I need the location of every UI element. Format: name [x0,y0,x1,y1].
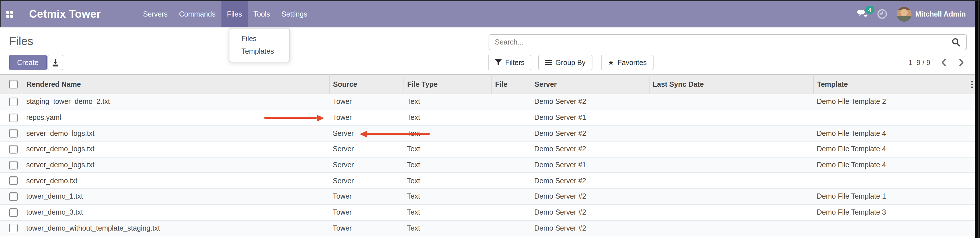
main-navbar: Cetmix Tower ServersCommandsFilesToolsSe… [1,1,975,27]
table-row[interactable]: server_demo_logs.txtServerTextDemo Serve… [0,125,975,141]
row-checkbox[interactable] [9,224,18,233]
pager-next-button[interactable] [955,59,968,66]
cell-file [492,173,531,189]
cell-name: staging_tower_demo_2.txt [23,94,329,109]
table-row[interactable]: server_demo_logs.txtServerTextDemo Serve… [0,157,975,173]
col-header-rendered-name[interactable]: Rendered Name [23,75,329,94]
group-by-button[interactable]: Group By [538,55,592,70]
cell-server: Demo Server #1 [531,157,649,173]
user-menu-button[interactable]: Mitchell Admin [915,10,966,18]
systray: 4 Mitchell Admin [856,6,975,21]
cell-server: Demo Server #2 [531,141,649,157]
cell-checkbox [0,141,23,157]
col-header-last-sync-date[interactable]: Last Sync Date [649,75,813,94]
cell-checkbox [0,189,23,204]
nav-item-tools[interactable]: Tools [248,1,276,27]
cell-server: Demo Server #2 [531,94,649,109]
cell-file_type: Text [404,157,492,173]
nav-item-commands[interactable]: Commands [173,1,221,27]
cell-source: Tower [329,109,404,125]
nav-item-servers[interactable]: Servers [137,1,173,27]
magnifier-icon[interactable] [951,38,961,47]
col-header-server[interactable]: Server [531,75,649,94]
cell-checkbox [0,125,23,141]
cell-last_sync [649,173,813,189]
pager-prev-button[interactable] [937,59,950,66]
cell-source: Tower [329,94,404,109]
cell-file [492,125,531,141]
cell-last_sync [649,220,813,236]
create-button[interactable]: Create [9,55,46,70]
files-list-table: Rendered NameSourceFile TypeFileServerLa… [0,74,975,236]
cell-file [492,220,531,236]
row-checkbox[interactable] [9,192,18,201]
nav-item-files[interactable]: Files [221,1,248,27]
screen-top-edge [0,0,980,1]
search-input[interactable] [489,38,951,46]
filter-button-label: Group By [555,59,585,67]
cell-source: Tower [329,220,404,236]
dropdown-item-templates[interactable]: Templates [229,45,290,58]
cell-file_type: Text [404,205,492,220]
table-row[interactable]: server_demo.txtServerTextDemo Server #2 [0,173,975,189]
col-header-template[interactable]: Template [813,75,975,94]
cell-name: tower_demo_3.txt [23,205,329,220]
messages-menu-button[interactable]: 4 [856,9,869,19]
row-checkbox[interactable] [9,208,18,217]
files-dropdown-menu: FilesTemplates [229,28,290,62]
cell-file [492,109,531,125]
cell-server: Demo Server #2 [531,189,649,204]
optional-columns-toggle[interactable] [971,81,973,90]
row-checkbox[interactable] [9,129,18,138]
row-checkbox[interactable] [9,177,18,185]
table-row[interactable]: tower_demo_without_template_staging.txtT… [0,220,975,236]
row-checkbox[interactable] [9,113,18,122]
col-header-source[interactable]: Source [329,75,404,94]
cell-file [492,94,531,109]
user-avatar[interactable] [896,6,911,21]
cell-checkbox [0,109,23,125]
row-checkbox[interactable] [9,145,18,154]
cell-last_sync [649,205,813,220]
pager: 1–9 / 9 [890,55,968,70]
nav-item-settings[interactable]: Settings [276,1,313,27]
table-row[interactable]: tower_demo_1.txtTowerTextDemo Server #2D… [0,189,975,204]
cell-last_sync [649,109,813,125]
table-body: staging_tower_demo_2.txtTowerTextDemo Se… [0,94,975,236]
cell-name: server_demo_logs.txt [23,141,329,157]
filters-button[interactable]: Filters [488,55,531,70]
clock-icon [877,9,887,19]
messages-badge: 4 [865,6,874,14]
table-row[interactable]: server_demo_logs.txtServerTextDemo Serve… [0,141,975,157]
table-header-row: Rendered NameSourceFile TypeFileServerLa… [0,75,975,94]
row-checkbox[interactable] [9,161,18,169]
favorites-button[interactable]: ★Favorites [601,55,654,70]
cell-file [492,189,531,204]
row-checkbox[interactable] [9,98,18,106]
cell-file [492,157,531,173]
cell-template: Demo File Template 2 [813,94,975,109]
filter-button-label: Favorites [617,59,647,67]
filter-funnel-icon [495,59,502,66]
cell-template: Demo File Template 4 [813,141,975,157]
apps-grid-icon[interactable] [6,11,13,17]
cell-source: Server [329,125,404,141]
cell-server: Demo Server #2 [531,205,649,220]
import-button[interactable] [48,55,64,70]
table-row[interactable]: repos.yamlTowerTextDemo Server #1 [0,109,975,125]
activities-menu-button[interactable] [877,9,887,19]
cell-name: repos.yaml [23,109,329,125]
chevron-right-icon [959,59,964,66]
screen-right-edge [975,0,980,238]
cell-last_sync [649,189,813,204]
col-header-file-type[interactable]: File Type [404,75,492,94]
brand-title[interactable]: Cetmix Tower [29,8,101,20]
cell-last_sync [649,157,813,173]
select-all-checkbox[interactable] [9,80,18,89]
cell-file_type: Text [404,109,492,125]
dropdown-item-files[interactable]: Files [229,33,290,45]
table-row[interactable]: tower_demo_3.txtTowerTextDemo Server #2D… [0,205,975,220]
table-row[interactable]: staging_tower_demo_2.txtTowerTextDemo Se… [0,94,975,109]
chevron-left-icon [941,59,946,66]
col-header-file[interactable]: File [492,75,531,94]
